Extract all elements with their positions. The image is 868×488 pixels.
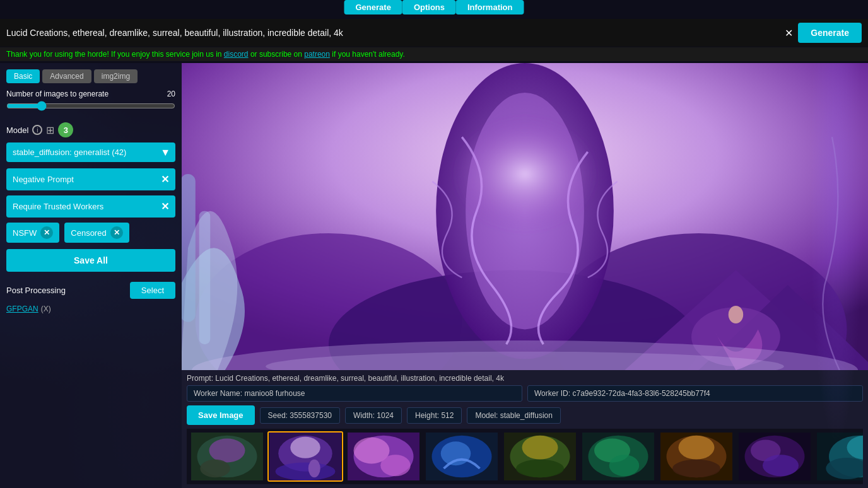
svg-point-27 xyxy=(380,455,411,476)
svg-point-18 xyxy=(200,460,230,478)
svg-point-21 xyxy=(290,437,320,458)
slider-value: 20 xyxy=(167,90,175,98)
svg-point-34 xyxy=(516,460,564,478)
notice-text-before: Thank you for using the horde! If you en… xyxy=(6,50,224,59)
negative-prompt-close-button[interactable]: ✕ xyxy=(161,173,169,185)
svg-point-42 xyxy=(672,460,720,478)
worker-info-row: Worker Name: manioo8 furhouse Worker ID:… xyxy=(187,385,863,402)
svg-point-23 xyxy=(308,460,320,478)
censored-close-button[interactable]: ✕ xyxy=(110,226,123,239)
tab-advanced[interactable]: Advanced xyxy=(42,69,91,83)
worker-name-box: Worker Name: manioo8 furhouse xyxy=(187,385,522,402)
censored-label: Censored xyxy=(71,228,106,238)
nsfw-close-button[interactable]: ✕ xyxy=(40,226,53,239)
image-count-slider[interactable] xyxy=(6,101,175,111)
nav-generate-button[interactable]: Generate xyxy=(344,0,402,15)
thumbnail-8[interactable] xyxy=(737,431,812,482)
prompt-clear-button[interactable]: ✕ xyxy=(785,27,793,39)
model-badge: 3 xyxy=(58,122,73,137)
width-box: Width: 1024 xyxy=(345,407,402,424)
thumbnail-4[interactable] xyxy=(424,431,500,482)
censored-tag: Censored ✕ xyxy=(64,223,129,243)
patreon-link[interactable]: patreon xyxy=(304,50,330,59)
thumbnail-9[interactable] xyxy=(815,431,863,482)
action-row: Save Image Seed: 3555837530 Width: 1024 … xyxy=(187,405,863,425)
prompt-input[interactable] xyxy=(6,28,780,38)
main-generated-image xyxy=(182,63,868,370)
model-select[interactable]: stable_diffusion: generalist (42) xyxy=(6,142,175,162)
svg-point-41 xyxy=(679,436,715,460)
seed-box: Seed: 3555837530 xyxy=(260,407,340,424)
tab-img2img[interactable]: img2img xyxy=(94,69,138,83)
negative-prompt-field: Negative Prompt ✕ xyxy=(6,168,175,190)
nsfw-tag: NSFW ✕ xyxy=(6,223,59,243)
height-box: Height: 512 xyxy=(407,407,462,424)
svg-rect-14 xyxy=(199,211,211,344)
prompt-display-text: Prompt: Lucid Creations, ethereal, dream… xyxy=(187,374,863,383)
nav-options-button[interactable]: Options xyxy=(402,0,456,15)
thumbnail-7[interactable] xyxy=(659,431,734,482)
save-all-button[interactable]: Save All xyxy=(6,249,175,272)
svg-point-30 xyxy=(441,441,471,465)
notice-bar: Thank you for using the horde! If you en… xyxy=(0,47,868,61)
svg-point-38 xyxy=(609,455,640,476)
generate-button[interactable]: Generate xyxy=(798,23,862,43)
model-row: Model i ⊞ 3 xyxy=(6,122,175,137)
image-count-slider-container: Number of images to generate 20 xyxy=(6,90,175,113)
tab-basic[interactable]: Basic xyxy=(6,69,40,83)
nav-information-button[interactable]: Information xyxy=(456,0,524,15)
thumbnail-1[interactable] xyxy=(189,431,265,482)
save-image-button[interactable]: Save Image xyxy=(187,405,255,425)
thumbnail-2[interactable] xyxy=(267,431,343,482)
svg-point-33 xyxy=(522,436,558,460)
require-trusted-workers-field: Require Trusted Workers ✕ xyxy=(6,195,175,218)
model-info-icon[interactable]: i xyxy=(32,125,42,135)
thumbnail-6[interactable] xyxy=(580,431,656,482)
main-image-area: Prompt: Lucid Creations, ethereal, dream… xyxy=(182,63,868,488)
slider-label: Number of images to generate xyxy=(6,90,108,98)
negative-prompt-label: Negative Prompt xyxy=(13,175,74,184)
post-processing-label: Post Processing xyxy=(6,286,66,295)
nsfw-censored-row: NSFW ✕ Censored ✕ xyxy=(6,223,175,243)
gfpgan-link[interactable]: GFPGAN xyxy=(6,305,38,313)
worker-id-box: Worker ID: c7a9e932-72da-4fa3-83l6-52824… xyxy=(527,385,863,402)
info-strip: Prompt: Lucid Creations, ethereal, dream… xyxy=(182,370,868,488)
model-filter-icon[interactable]: ⊞ xyxy=(46,124,54,136)
model-select-wrapper: stable_diffusion: generalist (42) ▼ xyxy=(6,142,175,162)
thumbnail-3[interactable] xyxy=(346,431,421,482)
post-processing-row: Post Processing Select xyxy=(6,282,175,299)
svg-point-17 xyxy=(209,439,245,463)
discord-link[interactable]: discord xyxy=(224,50,249,59)
svg-point-22 xyxy=(276,463,336,481)
top-navigation: Generate Options Information xyxy=(344,0,524,15)
svg-point-46 xyxy=(763,455,799,476)
gfpgan-remove[interactable]: (X) xyxy=(41,305,51,313)
svg-point-10 xyxy=(729,306,743,323)
prompt-bar: ✕ Generate xyxy=(0,19,868,47)
require-trusted-workers-label: Require Trusted Workers xyxy=(13,202,103,211)
svg-point-6 xyxy=(451,115,599,233)
model-label: Model xyxy=(6,125,28,135)
notice-text-after: if you haven't already. xyxy=(330,50,405,59)
post-processing-select-button[interactable]: Select xyxy=(130,282,175,299)
notice-text-between: or subscribe on xyxy=(249,50,305,59)
thumbnail-strip xyxy=(187,429,863,484)
sidebar-tabs: Basic Advanced img2img xyxy=(6,69,175,83)
svg-rect-13 xyxy=(182,174,196,322)
sidebar: Basic Advanced img2img Number of images … xyxy=(0,63,182,488)
thumbnail-5[interactable] xyxy=(502,431,578,482)
gfpgan-row: GFPGAN(X) xyxy=(6,303,175,314)
model-box: Model: stable_diffusion xyxy=(467,407,561,424)
require-trusted-workers-close-button[interactable]: ✕ xyxy=(161,200,169,212)
nsfw-label: NSFW xyxy=(13,228,37,238)
